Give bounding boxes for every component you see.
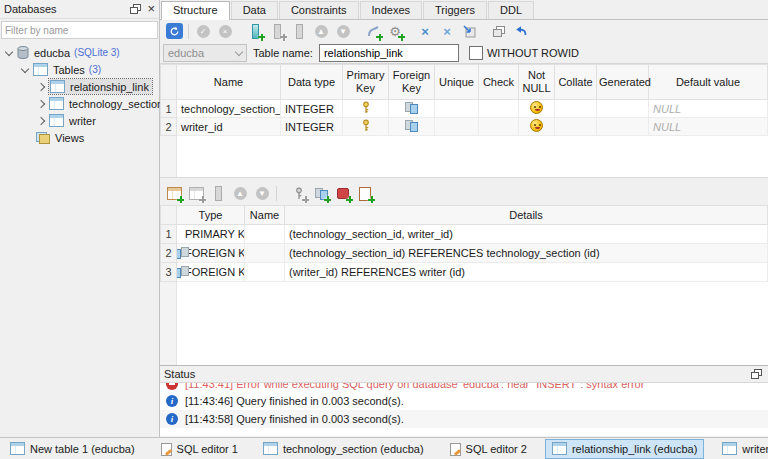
edit-constraint-button[interactable] [185, 184, 207, 203]
taskbar-tab-sql-editor-2[interactable]: SQL editor 2 [442, 439, 534, 459]
close-panel-icon[interactable]: × [147, 4, 155, 14]
float-panel-icon[interactable] [130, 4, 141, 14]
column-row[interactable]: 2 writer_id INTEGER NULL [161, 118, 768, 136]
tree-item-technology-section[interactable]: technology_section [0, 95, 159, 112]
cell-collate[interactable] [555, 100, 597, 118]
add-trigger-button[interactable]: ⚙ [384, 22, 406, 41]
tab-indexes[interactable]: Indexes [360, 1, 423, 19]
add-constraint-button[interactable] [163, 184, 185, 203]
edit-column-button[interactable] [266, 22, 288, 41]
col-header-name[interactable]: Name [177, 65, 281, 100]
col-header-data-type[interactable]: Data type [281, 65, 343, 100]
delete-constraint-button[interactable] [207, 184, 229, 203]
col-header-foreign-key[interactable]: Foreign Key [389, 65, 435, 100]
cell-not-null[interactable] [519, 118, 555, 136]
cell-unique[interactable] [435, 100, 479, 118]
chevron-down-icon[interactable] [5, 47, 13, 55]
cell-type[interactable]: PRIMARY KEY [177, 225, 245, 244]
chevron-right-icon[interactable] [37, 99, 45, 107]
windows-button[interactable] [488, 22, 510, 41]
tab-structure[interactable]: Structure [161, 1, 230, 20]
tab-triggers[interactable]: Triggers [423, 1, 487, 19]
chevron-right-icon[interactable] [37, 116, 45, 124]
without-rowid-checkbox[interactable] [469, 46, 483, 60]
cell-unique[interactable] [435, 118, 479, 136]
move-down-button[interactable]: ▼ [332, 22, 354, 41]
col-header-not-null[interactable]: Not NULL [519, 65, 555, 100]
cell-not-null[interactable] [519, 100, 555, 118]
cell-foreign-key[interactable] [389, 118, 435, 136]
tree-item-relationship-link[interactable]: relationship_link [0, 78, 159, 95]
cell-generated[interactable] [597, 100, 649, 118]
add-column-button[interactable] [244, 22, 266, 41]
col-header-unique[interactable]: Unique [435, 65, 479, 100]
col-header-check[interactable]: Check [479, 65, 519, 100]
tree-item-tables[interactable]: Tables (3) [0, 61, 159, 78]
cell-name[interactable]: writer_id [177, 118, 281, 136]
database-combo[interactable]: educba [163, 44, 247, 62]
expand-button[interactable]: × [436, 22, 458, 41]
constraint-move-down-button[interactable]: ▼ [251, 184, 273, 203]
tree-item-writer[interactable]: writer [0, 112, 159, 129]
col-header-name[interactable]: Name [245, 206, 285, 225]
cell-foreign-key[interactable] [389, 100, 435, 118]
rollback-button[interactable]: × [214, 22, 236, 41]
add-check-button[interactable] [354, 184, 376, 203]
import-button[interactable] [458, 22, 480, 41]
col-header-generated[interactable]: Generated [597, 65, 649, 100]
tab-constraints[interactable]: Constraints [279, 1, 359, 19]
cell-name[interactable] [245, 244, 285, 263]
taskbar-tab-new-table-1[interactable]: New table 1 (educba) [3, 439, 142, 459]
tree-item-views[interactable]: Views [0, 129, 159, 146]
move-up-button[interactable]: ▲ [310, 22, 332, 41]
cell-default-value[interactable]: NULL [649, 118, 768, 136]
cell-generated[interactable] [597, 118, 649, 136]
add-primary-key-button[interactable] [288, 184, 310, 203]
cell-name[interactable]: technology_section_id [177, 100, 281, 118]
taskbar-tab-writer[interactable]: writer (educba) [715, 439, 768, 459]
cell-type[interactable]: FOREIGN KEY [177, 244, 245, 263]
cell-details[interactable]: (technology_section_id) REFERENCES techn… [285, 244, 768, 263]
constraint-row[interactable]: 2 FOREIGN KEY (technology_section_id) RE… [161, 244, 768, 263]
cell-data-type[interactable]: INTEGER [281, 100, 343, 118]
cell-type[interactable]: FOREIGN KEY [177, 263, 245, 282]
cell-collate[interactable] [555, 118, 597, 136]
taskbar-tab-technology-section[interactable]: technology_section (educba) [256, 439, 431, 459]
undo-button[interactable] [510, 22, 532, 41]
cell-details[interactable]: (writer_id) REFERENCES writer (id) [285, 263, 768, 282]
tree-item-educba[interactable]: educba (SQLite 3) [0, 44, 159, 61]
cell-details[interactable]: (technology_section_id, writer_id) [285, 225, 768, 244]
taskbar-tab-sql-editor-1[interactable]: SQL editor 1 [153, 439, 245, 459]
table-name-input[interactable] [319, 44, 459, 62]
collapse-button[interactable]: × [414, 22, 436, 41]
cell-default-value[interactable]: NULL [649, 100, 768, 118]
cell-name[interactable] [245, 263, 285, 282]
tab-ddl[interactable]: DDL [488, 1, 534, 19]
add-unique-button[interactable] [332, 184, 354, 203]
add-index-button[interactable] [362, 22, 384, 41]
add-foreign-key-button[interactable] [310, 184, 332, 203]
cell-check[interactable] [479, 100, 519, 118]
constraint-move-up-button[interactable]: ▲ [229, 184, 251, 203]
chevron-down-icon[interactable] [21, 64, 29, 72]
chevron-right-icon[interactable] [37, 82, 45, 90]
col-header-type[interactable]: Type [177, 206, 245, 225]
col-header-default-value[interactable]: Default value [649, 65, 768, 100]
col-header-collate[interactable]: Collate [555, 65, 597, 100]
delete-column-button[interactable] [288, 22, 310, 41]
constraint-row[interactable]: 1 PRIMARY KEY (technology_section_id, wr… [161, 225, 768, 244]
taskbar-tab-relationship-link[interactable]: relationship_link (educba) [545, 439, 704, 459]
filter-input[interactable] [2, 23, 157, 37]
cell-check[interactable] [479, 118, 519, 136]
float-panel-icon[interactable] [751, 369, 762, 379]
commit-button[interactable]: ✓ [192, 22, 214, 41]
cell-primary-key[interactable] [343, 118, 389, 136]
cell-primary-key[interactable] [343, 100, 389, 118]
col-header-primary-key[interactable]: Primary Key [343, 65, 389, 100]
col-header-details[interactable]: Details [285, 206, 768, 225]
cell-name[interactable] [245, 225, 285, 244]
cell-data-type[interactable]: INTEGER [281, 118, 343, 136]
refresh-button[interactable] [163, 22, 185, 41]
constraint-row[interactable]: 3 FOREIGN KEY (writer_id) REFERENCES wri… [161, 263, 768, 282]
column-row[interactable]: 1 technology_section_id INTEGER NULL [161, 100, 768, 118]
